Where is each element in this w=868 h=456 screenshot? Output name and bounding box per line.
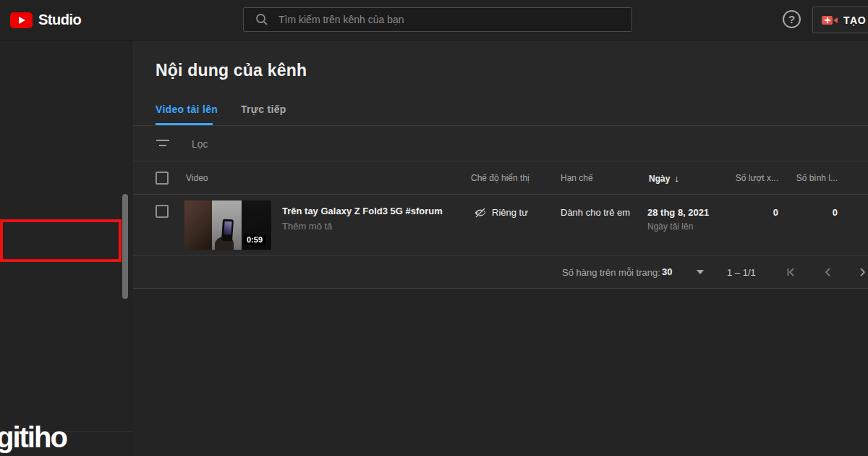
column-header-visibility[interactable]: Chế độ hiển thị bbox=[471, 173, 529, 183]
date-cell: 28 thg 8, 2021 bbox=[647, 207, 709, 218]
watermark-logo: gitiho bbox=[0, 421, 67, 454]
views-cell: 0 bbox=[715, 207, 778, 218]
play-icon bbox=[19, 17, 25, 24]
content-lower-panel bbox=[133, 289, 868, 456]
annotation-highlight-box bbox=[0, 219, 122, 262]
help-glyph: ? bbox=[788, 13, 795, 25]
logo-text: Studio bbox=[38, 12, 81, 28]
column-header-views[interactable]: Số lượt x... bbox=[715, 173, 778, 183]
sort-desc-icon: ↓ bbox=[674, 173, 679, 184]
search-input[interactable] bbox=[278, 14, 631, 25]
row-checkbox[interactable] bbox=[156, 205, 169, 218]
thumbnail-phone-screen bbox=[224, 221, 231, 235]
page-title: Nội dung của kênh bbox=[156, 61, 307, 80]
column-header-restrictions[interactable]: Hạn chế bbox=[561, 173, 593, 183]
first-page-icon[interactable] bbox=[786, 266, 797, 278]
studio-logo[interactable]: Studio bbox=[10, 12, 81, 28]
youtube-logo-icon bbox=[10, 12, 33, 28]
filter-label[interactable]: Lọc bbox=[192, 138, 208, 150]
rows-per-page-dropdown-icon[interactable] bbox=[697, 270, 704, 274]
help-icon[interactable]: ? bbox=[783, 10, 801, 28]
restrictions-cell: Dành cho trẻ em bbox=[561, 207, 630, 218]
divider bbox=[133, 125, 868, 126]
video-description-placeholder[interactable]: Thêm mô tả bbox=[282, 221, 332, 232]
search-icon bbox=[255, 13, 268, 26]
youtube-studio-app: Studio ? TẠO C Kênh của bạn bbox=[0, 0, 868, 456]
comments-cell: 0 bbox=[774, 207, 838, 218]
next-page-icon[interactable] bbox=[856, 266, 868, 278]
create-button-label: TẠO bbox=[843, 14, 866, 26]
rows-per-page-label: Số hàng trên mỗi trang: bbox=[562, 267, 660, 278]
visibility-private-icon bbox=[474, 206, 487, 222]
pagination-range: 1 – 1/1 bbox=[727, 267, 756, 278]
column-header-date-label: Ngày bbox=[649, 174, 670, 184]
column-header-comments[interactable]: Số bình l... bbox=[774, 173, 838, 183]
create-video-icon bbox=[822, 15, 838, 25]
search-box[interactable] bbox=[243, 7, 632, 32]
column-header-date[interactable]: Ngày↓ bbox=[649, 173, 679, 184]
previous-page-icon[interactable] bbox=[822, 266, 834, 278]
tab-uploads[interactable]: Video tải lên bbox=[156, 104, 218, 115]
duration-badge: 0:59 bbox=[244, 235, 265, 245]
visibility-cell[interactable]: Riêng tư bbox=[492, 207, 528, 218]
select-all-checkbox[interactable] bbox=[156, 172, 169, 185]
filter-icon[interactable] bbox=[156, 139, 169, 148]
divider bbox=[133, 288, 868, 289]
sidebar-scrollbar[interactable] bbox=[122, 194, 128, 299]
divider bbox=[133, 194, 868, 195]
date-note: Ngày tải lên bbox=[647, 221, 693, 232]
topbar: Studio ? TẠO bbox=[0, 0, 868, 41]
rows-per-page-value[interactable]: 30 bbox=[662, 266, 672, 277]
thumbnail-blur-left bbox=[184, 200, 212, 250]
divider bbox=[133, 161, 868, 161]
column-header-video[interactable]: Video bbox=[186, 173, 208, 183]
divider bbox=[133, 255, 868, 256]
video-title[interactable]: Trên tay Galaxy Z Fold3 5G #sforum bbox=[282, 206, 443, 216]
tab-label: Video tải lên bbox=[156, 104, 218, 115]
create-button[interactable]: TẠO bbox=[812, 7, 868, 33]
tab-live[interactable]: Trực tiếp bbox=[241, 104, 286, 115]
tab-label: Trực tiếp bbox=[241, 104, 286, 115]
